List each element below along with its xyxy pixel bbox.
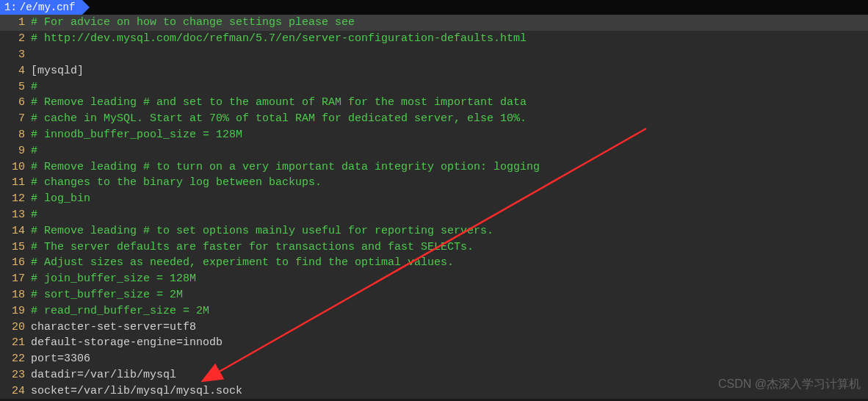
- line-number: 22: [0, 353, 31, 365]
- line-number: 23: [0, 369, 31, 381]
- code-text: # For advice on how to change settings p…: [31, 16, 868, 29]
- code-text: # log_bin: [31, 192, 868, 205]
- line-number: 21: [0, 336, 31, 349]
- code-line[interactable]: 22port=3306: [0, 351, 868, 367]
- code-text: # changes to the binary log between back…: [31, 176, 868, 189]
- line-number: 7: [0, 112, 31, 125]
- code-line[interactable]: 24socket=/var/lib/mysql/mysql.sock: [0, 383, 868, 399]
- code-line[interactable]: 17# join_buffer_size = 128M: [0, 271, 868, 287]
- line-number: 19: [0, 305, 31, 317]
- code-line[interactable]: 6# Remove leading # and set to the amoun…: [0, 95, 868, 111]
- code-text: # Remove leading # to set options mainly…: [31, 225, 868, 237]
- code-line[interactable]: 13#: [0, 207, 868, 223]
- line-number: 17: [0, 272, 31, 285]
- editor-area[interactable]: 1# For advice on how to change settings …: [0, 15, 868, 399]
- tab-number: 1:: [4, 1, 17, 13]
- code-text: # Remove leading # to turn on a very imp…: [31, 161, 868, 173]
- line-number: 2: [0, 32, 31, 45]
- code-line[interactable]: 11# changes to the binary log between ba…: [0, 175, 868, 191]
- code-text: [mysqld]: [31, 65, 868, 77]
- code-line[interactable]: 21default-storage-engine=innodb: [0, 335, 868, 351]
- code-line[interactable]: 3: [0, 47, 868, 63]
- line-number: 14: [0, 225, 31, 237]
- code-line[interactable]: 1# For advice on how to change settings …: [0, 15, 868, 31]
- code-line[interactable]: 23datadir=/var/lib/mysql: [0, 367, 868, 383]
- tab-file-path: /e/my.cnf: [20, 1, 76, 13]
- line-number: 6: [0, 96, 31, 109]
- code-line[interactable]: 12# log_bin: [0, 191, 868, 207]
- code-line[interactable]: 10# Remove leading # to turn on a very i…: [0, 159, 868, 175]
- line-number: 11: [0, 176, 31, 189]
- code-text: port=3306: [31, 353, 868, 365]
- code-text: # innodb_buffer_pool_size = 128M: [31, 129, 868, 141]
- line-number: 9: [0, 145, 31, 157]
- code-line[interactable]: 9#: [0, 142, 868, 159]
- line-number: 4: [0, 65, 31, 77]
- line-number: 1: [0, 16, 31, 29]
- code-line[interactable]: 8# innodb_buffer_pool_size = 128M: [0, 127, 868, 143]
- code-text: #: [31, 81, 868, 93]
- line-number: 16: [0, 256, 31, 269]
- code-line[interactable]: 7# cache in MySQL. Start at 70% of total…: [0, 111, 868, 127]
- line-number: 5: [0, 81, 31, 93]
- code-line[interactable]: 15# The server defaults are faster for t…: [0, 239, 868, 255]
- code-line[interactable]: 2# http://dev.mysql.com/doc/refman/5.7/e…: [0, 31, 868, 47]
- line-number: 12: [0, 192, 31, 205]
- line-number: 8: [0, 129, 31, 141]
- code-line[interactable]: 14# Remove leading # to set options main…: [0, 223, 868, 239]
- line-number: 15: [0, 241, 31, 253]
- code-line[interactable]: 18# sort_buffer_size = 2M: [0, 287, 868, 303]
- code-line[interactable]: 19# read_rnd_buffer_size = 2M: [0, 303, 868, 319]
- code-text: character-set-server=utf8: [31, 321, 868, 333]
- code-line[interactable]: 20character-set-server=utf8: [0, 319, 868, 335]
- code-line[interactable]: 4[mysqld]: [0, 62, 868, 79]
- code-text: # http://dev.mysql.com/doc/refman/5.7/en…: [31, 32, 868, 45]
- code-line[interactable]: 16# Adjust sizes as needed, experiment t…: [0, 255, 868, 271]
- code-text: # cache in MySQL. Start at 70% of total …: [31, 112, 868, 125]
- code-text: datadir=/var/lib/mysql: [31, 369, 868, 381]
- line-number: 3: [0, 48, 31, 61]
- line-number: 10: [0, 161, 31, 173]
- code-text: # Remove leading # and set to the amount…: [31, 96, 868, 109]
- code-line[interactable]: 5#: [0, 79, 868, 95]
- line-number: 20: [0, 321, 31, 333]
- code-text: socket=/var/lib/mysql/mysql.sock: [31, 385, 868, 397]
- line-number: 13: [0, 209, 31, 221]
- code-text: # read_rnd_buffer_size = 2M: [31, 305, 868, 317]
- code-text: # The server defaults are faster for tra…: [31, 241, 868, 253]
- code-text: #: [31, 209, 868, 221]
- code-text: # sort_buffer_size = 2M: [31, 289, 868, 301]
- code-text: default-storage-engine=innodb: [31, 336, 868, 349]
- file-tab[interactable]: 1: /e/my.cnf: [0, 0, 82, 15]
- code-text: # Adjust sizes as needed, experiment to …: [31, 256, 868, 269]
- code-text: #: [31, 145, 868, 157]
- line-number: 18: [0, 289, 31, 301]
- line-number: 24: [0, 385, 31, 397]
- tab-bar: 1: /e/my.cnf: [0, 0, 868, 15]
- code-text: # join_buffer_size = 128M: [31, 272, 868, 285]
